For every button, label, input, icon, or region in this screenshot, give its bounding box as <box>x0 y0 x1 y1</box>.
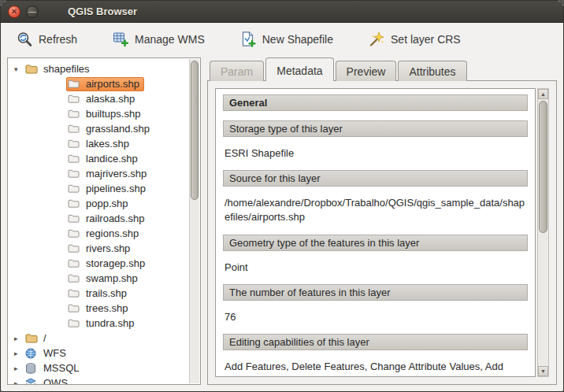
tree-root-filesystem[interactable]: ▸/ <box>8 331 189 346</box>
tree-item-label: alaska.shp <box>84 93 136 105</box>
metadata-section-header: Geometry type of the features in this la… <box>223 235 528 251</box>
qgis-browser-window: ✕ — QGIS Browser Refresh <box>0 0 564 392</box>
tree-item-majrivers[interactable]: majrivers.shp <box>8 166 189 181</box>
tree-item-tundra[interactable]: tundra.shp <box>8 316 189 331</box>
new-shapefile-button[interactable]: New Shapefile <box>234 27 339 52</box>
tree-root-mssql[interactable]: ▸MSSQL <box>8 361 189 375</box>
tree-item-rivers[interactable]: rivers.shp <box>8 241 189 256</box>
tree-root-label: OWS <box>42 377 69 385</box>
layer-file-icon <box>68 93 81 105</box>
tab-param[interactable]: Param <box>210 61 264 81</box>
metadata-value: /home/alexandre/Dropbox/Trabalho/QGIS/qg… <box>224 196 526 224</box>
layer-file-icon <box>68 198 81 209</box>
layer-file-icon <box>68 153 81 165</box>
close-icon: ✕ <box>11 8 17 16</box>
titlebar: ✕ — QGIS Browser <box>1 1 563 23</box>
detail-panel: Param Metadata Preview Attributes Genera… <box>207 57 557 385</box>
tree-item-airports[interactable]: airports.shp <box>8 76 189 91</box>
wfs-icon <box>25 347 39 359</box>
tree-item-label: grassland.shp <box>84 123 151 135</box>
crs-wand-icon <box>368 31 385 48</box>
metadata-value: Add Features, Delete Features, Change At… <box>224 360 526 377</box>
folder-icon <box>25 63 39 75</box>
expand-arrow-icon[interactable]: ▸ <box>14 349 25 357</box>
close-button[interactable]: ✕ <box>8 6 20 18</box>
window-title: QGIS Browser <box>68 6 137 17</box>
manage-wms-label: Manage WMS <box>135 33 205 46</box>
metadata-scrollbar-thumb[interactable] <box>539 101 547 233</box>
main-area: ▾ shapefiles airports.shpalaska.shpbuilt… <box>7 57 557 385</box>
tree-root-label: shapefiles <box>42 63 91 75</box>
layer-file-icon <box>68 183 81 194</box>
metadata-value: 76 <box>224 310 526 324</box>
tree-item-label: lakes.shp <box>84 138 131 150</box>
metadata-scrollbar[interactable]: ▲ ▼ <box>537 88 549 377</box>
layer-file-icon <box>68 272 81 284</box>
scroll-up-arrow-icon[interactable]: ▲ <box>538 89 548 99</box>
tree-root-ows[interactable]: ▸OWS <box>8 375 189 385</box>
layer-file-icon <box>68 78 81 90</box>
layer-file-icon <box>68 302 81 314</box>
tree-scrollbar[interactable] <box>189 59 199 383</box>
tree-item-label: pipelines.shp <box>84 183 147 194</box>
manage-wms-button[interactable]: Manage WMS <box>106 27 210 52</box>
tree-item-storagep[interactable]: storagep.shp <box>8 256 189 271</box>
tree-item-railroads[interactable]: railroads.shp <box>8 211 189 226</box>
toolbar: Refresh Manage WMS <box>1 23 563 56</box>
tree-item-label: builtups.shp <box>84 108 142 120</box>
minimize-button[interactable]: — <box>26 6 39 18</box>
tree-root-label: WFS <box>42 347 68 359</box>
minimize-icon: — <box>28 8 36 16</box>
tab-attributes[interactable]: Attributes <box>398 61 466 81</box>
layer-file-icon <box>68 227 81 239</box>
metadata-tab-page: GeneralStorage type of this layerESRI Sh… <box>207 80 557 385</box>
tree-root-shapefiles[interactable]: ▾ shapefiles <box>8 61 189 76</box>
new-shapefile-icon <box>239 31 257 48</box>
tree-item-popp[interactable]: popp.shp <box>8 196 189 211</box>
set-layer-crs-label: Set layer CRS <box>391 33 461 46</box>
tree-scrollbar-thumb[interactable] <box>191 61 199 200</box>
expand-arrow-icon[interactable]: ▸ <box>14 379 25 386</box>
tree-item-trees[interactable]: trees.shp <box>8 301 189 316</box>
tree-item-label: regions.shp <box>84 227 140 239</box>
metadata-section-header: The number of features in this layer <box>223 284 528 301</box>
layer-file-icon <box>68 242 81 254</box>
tree-root-label: / <box>42 332 48 344</box>
tree-item-grassland[interactable]: grassland.shp <box>8 121 189 136</box>
layer-file-icon <box>68 123 81 135</box>
ows-icon <box>25 377 39 385</box>
wms-layers-icon <box>112 31 129 48</box>
tree-item-builtups[interactable]: builtups.shp <box>8 106 189 121</box>
layer-file-icon <box>68 213 81 224</box>
tab-preview[interactable]: Preview <box>336 61 397 81</box>
tree-item-label: storagep.shp <box>84 257 147 269</box>
refresh-icon <box>16 31 33 48</box>
tree-item-swamp[interactable]: swamp.shp <box>8 271 189 286</box>
folder-icon <box>25 332 39 344</box>
scroll-down-arrow-icon[interactable]: ▼ <box>538 366 548 376</box>
tree-item-regions[interactable]: regions.shp <box>8 226 189 241</box>
layer-file-icon <box>68 138 81 150</box>
tree-item-landice[interactable]: landice.shp <box>8 151 189 166</box>
tree-item-trails[interactable]: trails.shp <box>8 286 189 301</box>
tab-bar: Param Metadata Preview Attributes <box>207 57 557 81</box>
metadata-value: Point <box>224 261 526 275</box>
new-shapefile-label: New Shapefile <box>262 33 333 46</box>
layer-file-icon <box>68 257 81 269</box>
collapse-arrow-icon[interactable]: ▾ <box>14 65 25 73</box>
refresh-button[interactable]: Refresh <box>10 27 83 52</box>
tree-item-label: swamp.shp <box>84 272 139 284</box>
tree-item-label: majrivers.shp <box>84 168 148 179</box>
expand-arrow-icon[interactable]: ▸ <box>14 335 25 342</box>
expand-arrow-icon[interactable]: ▸ <box>14 364 25 372</box>
tree-item-lakes[interactable]: lakes.shp <box>8 136 189 151</box>
set-layer-crs-button[interactable]: Set layer CRS <box>362 27 466 52</box>
tree-item-label: railroads.shp <box>84 213 146 224</box>
tree-roots: ▸/▸WFS▸MSSQL▸OWS <box>8 331 189 385</box>
tree-item-label: tundra.shp <box>84 317 135 329</box>
layer-file-icon <box>68 287 81 299</box>
tree-item-pipelines[interactable]: pipelines.shp <box>8 181 189 196</box>
tree-item-alaska[interactable]: alaska.shp <box>8 91 189 106</box>
tree-root-wfs[interactable]: ▸WFS <box>8 346 189 361</box>
tab-metadata[interactable]: Metadata <box>265 57 333 81</box>
